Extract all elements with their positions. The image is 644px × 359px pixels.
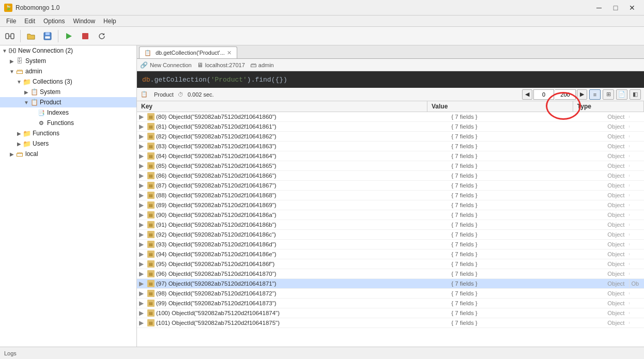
table-row[interactable]: ▶ ▤ (88) ObjectId("592082ab75120d2f10641…	[137, 191, 644, 200]
table-row[interactable]: ▶ ▤ (90) ObjectId("592082ab75120d2f10641…	[137, 210, 644, 220]
menu-help[interactable]: Help	[99, 17, 120, 26]
table-row[interactable]: ▶ ▤ (94) ObjectId("592082ab75120d2f10641…	[137, 249, 644, 259]
row-value-cell: { 7 fields }	[447, 270, 603, 278]
page-from-input[interactable]	[533, 89, 554, 100]
next-page-button[interactable]: ▶	[577, 89, 587, 100]
row-value-cell: { 7 fields }	[447, 113, 603, 121]
stop-button[interactable]	[78, 29, 93, 43]
row-expand[interactable]: ▶	[137, 162, 145, 169]
table-row[interactable]: ▶ ▤ (101) ObjectId("592082ab75120d2f1064…	[137, 318, 644, 328]
table-row[interactable]: ▶ ▤ (87) ObjectId("592082ab75120d2f10641…	[137, 181, 644, 191]
row-expand[interactable]: ▶	[137, 260, 145, 268]
row-key: (96) ObjectId("592082ab75120d2f10641870"…	[156, 271, 277, 277]
table-row[interactable]: ▶ ▤ (98) ObjectId("592082ab75120d2f10641…	[137, 289, 644, 299]
row-expand[interactable]: ▶	[137, 113, 145, 120]
row-expand[interactable]: ▶	[137, 309, 145, 317]
tree-system-collection[interactable]: ▶ 📋 System	[0, 87, 136, 97]
row-extra-cell	[629, 322, 644, 324]
row-expand[interactable]: ▶	[137, 133, 145, 140]
table-row[interactable]: ▶ ▤ (81) ObjectId("592082ab75120d2f10641…	[137, 122, 644, 132]
row-key: (100) ObjectId("592082ab75120d2f10641874…	[156, 310, 280, 316]
row-expand[interactable]: ▶	[137, 300, 145, 307]
tab-label: db.getCollection('Product'...	[156, 50, 225, 56]
table-row[interactable]: ▶ ▤ (89) ObjectId("592082ab75120d2f10641…	[137, 200, 644, 210]
table-row[interactable]: ▶ ▤ (100) ObjectId("592082ab75120d2f1064…	[137, 308, 644, 318]
menu-options[interactable]: Options	[39, 17, 69, 26]
col-header-type: Type	[573, 101, 644, 112]
status-bar: Logs	[0, 347, 644, 359]
refresh-button[interactable]	[94, 29, 110, 43]
row-expand[interactable]: ▶	[137, 290, 145, 297]
table-view-button[interactable]: ⊞	[603, 89, 614, 100]
table-row[interactable]: ▶ ▤ (99) ObjectId("592082ab75120d2f10641…	[137, 299, 644, 308]
table-row[interactable]: ▶ ▤ (82) ObjectId("592082ab75120d2f10641…	[137, 132, 644, 142]
row-expand[interactable]: ▶	[137, 231, 145, 238]
tree-local-db[interactable]: ▶ 🗃 local	[0, 149, 136, 159]
row-expand[interactable]: ▶	[137, 280, 145, 287]
tree-view-button[interactable]: ≡	[589, 89, 601, 100]
row-expand[interactable]: ▶	[137, 172, 145, 179]
row-expand[interactable]: ▶	[137, 192, 145, 199]
row-expand[interactable]: ▶	[137, 270, 145, 277]
tree-admin-functions[interactable]: ▶ 📁 Functions	[0, 128, 136, 138]
row-expand[interactable]: ▶	[137, 251, 145, 258]
table-row[interactable]: ▶ ▤ (80) ObjectId("592082ab75120d2f10641…	[137, 112, 644, 122]
prev-page-button[interactable]: ◀	[522, 89, 532, 100]
row-type-cell: Object	[603, 279, 628, 288]
tree-collections-folder[interactable]: ▼ 📁 Collections (3)	[0, 76, 136, 87]
tree-indexes[interactable]: ▶ 📑 Indexes	[0, 107, 136, 118]
tree-product-functions[interactable]: ▶ ⚙ Functions	[0, 118, 136, 128]
table-row[interactable]: ▶ ▤ (92) ObjectId("592082ab75120d2f10641…	[137, 230, 644, 240]
row-expand[interactable]: ▶	[137, 211, 145, 218]
page-to-input[interactable]	[555, 89, 576, 100]
query-text: db.getCollection('Product').find({})	[142, 76, 287, 84]
tree-system-folder[interactable]: ▶ 🗄 System	[0, 56, 136, 66]
maximize-button[interactable]: □	[608, 3, 623, 13]
text-view-button[interactable]: 📄	[616, 89, 627, 100]
open-button[interactable]	[23, 29, 39, 43]
tree-admin-db[interactable]: ▼ 🗃 admin	[0, 66, 136, 76]
table-row[interactable]: ▶ ▤ (83) ObjectId("592082ab75120d2f10641…	[137, 142, 644, 151]
row-doc-icon: ▤	[147, 251, 155, 258]
table-row[interactable]: ▶ ▤ (96) ObjectId("592082ab75120d2f10641…	[137, 269, 644, 279]
db-icon-bar: 🗃	[250, 61, 256, 69]
tree-connection[interactable]: ▼ New Connection (2)	[0, 45, 136, 56]
row-type-cell: Object	[603, 191, 628, 199]
row-expand[interactable]: ▶	[137, 241, 145, 248]
row-value-cell: { 7 fields }	[447, 309, 603, 317]
minimize-button[interactable]: ─	[591, 3, 607, 13]
query-tab[interactable]: 📋 db.getCollection('Product'... ✕	[139, 46, 237, 58]
row-expand[interactable]: ▶	[137, 319, 145, 326]
custom-view-button[interactable]: ◧	[630, 89, 641, 100]
row-expand[interactable]: ▶	[137, 182, 145, 189]
close-button[interactable]: ✕	[624, 3, 640, 13]
tab-close-button[interactable]: ✕	[227, 50, 232, 56]
menu-edit[interactable]: Edit	[20, 17, 39, 26]
row-extra-cell	[629, 253, 644, 255]
tree-product-collection[interactable]: ▼ 📋 Product	[0, 97, 136, 107]
connect-button[interactable]	[2, 29, 18, 43]
table-row[interactable]: ▶ ▤ (84) ObjectId("592082ab75120d2f10641…	[137, 151, 644, 161]
menu-window[interactable]: Window	[69, 17, 99, 26]
table-row[interactable]: ▶ ▤ (86) ObjectId("592082ab75120d2f10641…	[137, 171, 644, 181]
table-row[interactable]: ▶ ▤ (91) ObjectId("592082ab75120d2f10641…	[137, 220, 644, 230]
table-row[interactable]: ▶ ▤ (97) ObjectId("592082ab75120d2f10641…	[137, 279, 644, 289]
table-row[interactable]: ▶ ▤ (93) ObjectId("592082ab75120d2f10641…	[137, 240, 644, 249]
menu-file[interactable]: File	[2, 17, 20, 26]
row-key: (82) ObjectId("592082ab75120d2f10641862"…	[156, 133, 277, 139]
tab-icon: 📋	[144, 49, 152, 57]
logs-label[interactable]: Logs	[4, 350, 17, 356]
table-row[interactable]: ▶ ▤ (85) ObjectId("592082ab75120d2f10641…	[137, 161, 644, 171]
query-editor[interactable]: db.getCollection('Product').find({})	[137, 71, 644, 88]
table-row[interactable]: ▶ ▤ (95) ObjectId("592082ab75120d2f10641…	[137, 259, 644, 269]
tree-users[interactable]: ▶ 📁 Users	[0, 138, 136, 149]
row-expand[interactable]: ▶	[137, 123, 145, 130]
row-expand[interactable]: ▶	[137, 201, 145, 209]
results-body[interactable]: ▶ ▤ (80) ObjectId("592082ab75120d2f10641…	[137, 112, 644, 347]
row-expand[interactable]: ▶	[137, 152, 145, 160]
save-button[interactable]	[40, 29, 55, 43]
row-expand[interactable]: ▶	[137, 221, 145, 228]
row-expand[interactable]: ▶	[137, 143, 145, 150]
run-button[interactable]	[61, 29, 76, 43]
collection-icon: 📋	[30, 98, 38, 106]
